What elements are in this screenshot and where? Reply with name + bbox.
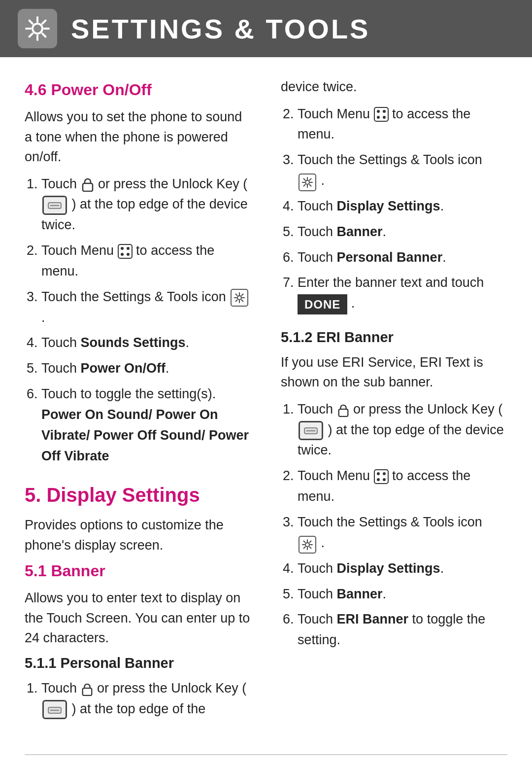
svg-point-17 [237,296,241,300]
svg-rect-46 [374,470,388,484]
svg-point-48 [383,472,386,475]
lock-icon [81,681,98,695]
svg-rect-29 [374,107,388,121]
done-badge: DONE [298,294,347,314]
step-item: Touch the Settings & Tools icon [298,150,507,191]
svg-point-30 [377,110,380,113]
svg-line-41 [310,178,311,180]
svg-line-42 [304,184,305,186]
svg-rect-12 [118,244,132,258]
step-item: Touch Power On/Off. [41,358,251,379]
header-icon-box [18,9,57,48]
step-item: Touch Banner. [298,584,507,605]
step-item: Touch or press the Unlock Key ( [41,678,251,720]
svg-line-24 [242,294,243,295]
svg-point-31 [383,110,386,113]
step-item: Touch or press the Unlock Key ( [298,399,507,461]
svg-line-5 [30,21,33,24]
step-item: Touch ERI Banner to toggle the setting. [298,609,507,651]
key-icon [299,421,323,440]
svg-line-7 [42,21,46,24]
key-icon [42,700,67,719]
svg-line-39 [304,178,305,180]
section-eri-banner: 5.1.2 ERI Banner If you use ERI Service,… [281,329,507,651]
step-item: Touch Personal Banner. [298,247,507,268]
svg-line-57 [310,547,311,548]
svg-line-22 [236,294,237,295]
svg-point-50 [383,478,386,481]
personal-banner-steps: Touch or press the Unlock Key ( [25,678,251,720]
menu-dots-icon [118,243,136,258]
step-item: Touch or press the Unlock Key ( [41,174,251,236]
svg-line-25 [236,300,237,301]
svg-point-51 [305,543,309,547]
step-item: Touch to toggle the setting(s). Power On… [41,384,251,466]
svg-line-6 [42,34,46,37]
settings-tools-icon [24,15,51,42]
step-item: Touch Display Settings. [298,558,507,579]
left-column: 4.6 Power On/Off Allows you to set the p… [25,77,251,725]
step-item: Touch Display Settings. [298,196,507,217]
step-item: Touch the Settings & Tools icon [41,287,251,328]
personal-banner-heading: 5.1.1 Personal Banner [25,655,251,671]
lock-icon [337,402,354,417]
svg-rect-26 [82,688,92,695]
gear-inline-icon [299,536,316,554]
section-banner: 5.1 Banner Allows you to enter text to d… [25,562,251,719]
svg-line-40 [310,184,311,186]
lock-icon [81,176,99,191]
svg-point-13 [121,247,124,250]
svg-rect-9 [83,183,93,191]
personal-banner-steps-continued: Touch Menu to access the menu. Touch the… [281,104,507,314]
eri-banner-heading: 5.1.2 ERI Banner [281,329,507,346]
section-display-settings: 5. Display Settings Provides options to … [25,484,251,719]
right-col-device-twice: device twice. [281,77,507,97]
step-item: Touch Menu to access the menu. [298,104,507,145]
step-item: Touch the Settings & Tools icon [298,512,507,554]
step-item: Touch Banner. [298,222,507,243]
svg-line-23 [242,300,243,301]
gear-inline-icon [299,174,316,191]
svg-point-15 [121,253,124,256]
eri-banner-intro: If you use ERI Service, ERI Text is show… [281,352,507,392]
step-item: Enter the banner text and touch DONE . [298,273,507,314]
power-onoff-intro: Allows you to set the phone to sound a t… [25,107,251,167]
step-item: Touch Menu to access the menu. [298,466,507,507]
svg-point-47 [377,472,380,475]
svg-point-16 [127,253,130,256]
svg-point-0 [33,24,42,34]
display-settings-heading: 5. Display Settings [25,484,251,506]
menu-dots-icon [374,106,393,121]
svg-line-59 [304,547,305,548]
main-content: 4.6 Power On/Off Allows you to set the p… [0,57,532,754]
power-onoff-heading: 4.6 Power On/Off [25,81,251,99]
svg-rect-43 [338,409,348,417]
svg-line-8 [30,34,33,37]
page-header: SETTINGS & TOOLS [0,0,532,57]
banner-heading: 5.1 Banner [25,562,251,580]
eri-banner-steps: Touch or press the Unlock Key ( [281,399,507,651]
svg-point-33 [383,116,386,119]
svg-point-49 [377,478,380,481]
svg-line-58 [310,541,311,542]
gear-inline-icon [231,289,248,307]
svg-line-56 [304,541,305,542]
svg-point-32 [377,116,380,119]
page-footer: 92 versa [0,755,532,765]
right-column: device twice. Touch Menu to access the m… [281,77,507,725]
step-item: Touch Sounds Settings. [41,333,251,353]
key-icon [42,196,67,215]
display-settings-intro: Provides options to customize the phone'… [25,515,251,555]
svg-point-14 [127,247,130,250]
banner-intro: Allows you to enter text to display on t… [25,588,251,648]
section-personal-banner: 5.1.1 Personal Banner Touch or press the… [25,655,251,720]
step-item: Touch Menu to access the menu. [41,241,251,282]
power-onoff-steps: Touch or press the Unlock Key ( [25,174,251,467]
page-title: SETTINGS & TOOLS [71,13,370,45]
svg-point-34 [305,180,309,184]
section-power-onoff: 4.6 Power On/Off Allows you to set the p… [25,81,251,466]
menu-dots-icon [374,468,393,483]
